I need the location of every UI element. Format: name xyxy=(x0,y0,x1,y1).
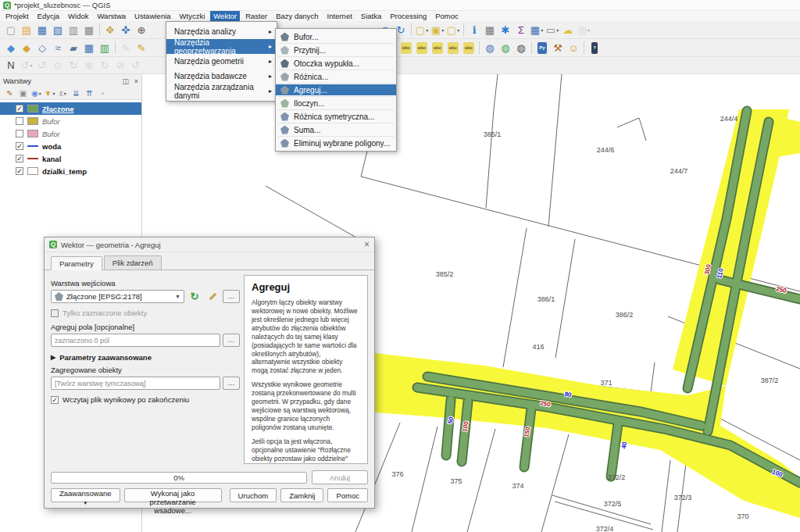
layer-visibility-checkbox[interactable]: ✓ xyxy=(16,142,23,150)
save-project-as-icon[interactable]: ▧ xyxy=(50,23,66,37)
split-features-icon[interactable]: ⊙ xyxy=(50,58,66,73)
merge-features-icon[interactable]: ⊛ xyxy=(81,58,97,73)
submenu-item-przytnij[interactable]: Przytnij... xyxy=(276,45,396,55)
label-visibility-icon[interactable]: abc xyxy=(414,41,430,55)
menu-projekt[interactable]: Projekt xyxy=(2,11,32,21)
menu-siatka[interactable]: Siatka xyxy=(358,11,384,21)
menu-processing[interactable]: Processing xyxy=(387,11,430,21)
simplify-feature-icon[interactable]: ↺ xyxy=(128,58,144,73)
aggregate-fields-value[interactable]: zaznaczono 0 pól xyxy=(51,334,220,347)
layer-visibility-checkbox[interactable]: ✓ xyxy=(16,167,23,175)
help-contents-icon[interactable]: ? xyxy=(587,41,602,55)
layer-styling-icon[interactable]: ✎ xyxy=(3,87,16,99)
dialog-titlebar[interactable]: Q Wektor — geometria - Agreguj × xyxy=(45,237,374,252)
filter-legend-icon[interactable]: ▼▾ xyxy=(43,87,56,99)
menu-internet[interactable]: Internet xyxy=(324,11,355,21)
input-layer-browse-button[interactable]: … xyxy=(223,290,240,303)
advanced-parameters-toggle[interactable]: ▶ Parametry zaawansowane xyxy=(51,353,240,362)
aggregate-fields-browse-button[interactable]: … xyxy=(223,334,240,347)
menu-raster[interactable]: Raster xyxy=(242,11,270,21)
avoid-intersections-icon[interactable]: N xyxy=(3,58,19,73)
search-icon[interactable]: ◎▾ xyxy=(576,23,591,37)
cancel-button[interactable]: Anuluj xyxy=(312,470,368,484)
help-button[interactable]: Pomoc xyxy=(327,488,368,502)
add-spatialite-layer-icon[interactable]: ▦ xyxy=(81,41,97,55)
filter-expression-icon[interactable]: ε▾ xyxy=(56,87,70,99)
panel-close-icon[interactable]: × xyxy=(134,77,138,85)
python-console-icon[interactable]: Py xyxy=(534,41,550,55)
panel-float-icon[interactable]: ◫ xyxy=(123,77,130,85)
layer-item-bufor[interactable]: Bufor xyxy=(0,115,141,127)
menu-ustawienia[interactable]: Ustawienia xyxy=(131,11,173,21)
plugin-tools-icon[interactable]: ⚒ xyxy=(550,41,566,55)
submenu-item-bufor[interactable]: Bufor... xyxy=(276,31,396,42)
new-project-icon[interactable]: ▢ xyxy=(3,23,19,37)
toggle-editing-icon[interactable]: ✎ xyxy=(118,41,134,55)
submenu-item-różnica-symetryczna[interactable]: Różnica symetryczna... xyxy=(276,111,396,122)
remove-layer-icon[interactable]: ▫ xyxy=(96,87,109,99)
save-edits-icon[interactable]: ✎ xyxy=(134,41,149,55)
label-move-icon[interactable]: abc xyxy=(430,41,445,55)
processing-toolbox-icon[interactable]: ✱ xyxy=(498,23,513,37)
select-features-icon[interactable]: ▢▾ xyxy=(414,23,430,37)
menu-wtyczki[interactable]: Wtyczki xyxy=(177,11,209,21)
layer-visibility-checkbox[interactable] xyxy=(16,117,23,125)
tab-parameters[interactable]: Parametry xyxy=(51,256,102,270)
label-pin-icon[interactable]: abc xyxy=(398,41,414,55)
layer-visibility-checkbox[interactable]: ✓ xyxy=(16,105,23,112)
layer-item-złączone[interactable]: ✓Złączone xyxy=(0,102,141,115)
map-themes-icon[interactable]: ◉▾ xyxy=(30,87,43,99)
rotate-feature-icon[interactable]: ⊘ xyxy=(112,58,128,73)
split-parts-icon[interactable]: ↻ xyxy=(66,58,81,73)
input-layer-select[interactable]: Złączone [EPSG:2178] ▼ xyxy=(51,290,184,303)
selected-only-checkbox[interactable] xyxy=(51,309,59,317)
identify-features-icon[interactable]: ℹ xyxy=(466,23,482,37)
submenu-item-iloczyn[interactable]: Iloczyn... xyxy=(276,98,396,109)
statistics-icon[interactable]: Σ xyxy=(513,23,529,37)
submenu-item-otoczka-wypukła[interactable]: Otoczka wypukła... xyxy=(276,58,396,69)
label-rotate-icon[interactable]: abc xyxy=(445,41,461,55)
tracing-icon[interactable]: ↺▾ xyxy=(19,58,34,73)
vector-menu-item-narzędzia-badawcze[interactable]: Narzędzia badawcze▸ xyxy=(166,69,277,84)
tab-log[interactable]: Plik zdarzeń xyxy=(104,255,162,270)
add-database-layer-icon[interactable]: ▰ xyxy=(66,41,81,55)
menu-widok[interactable]: Widok xyxy=(65,11,91,21)
menu-bazy-danych[interactable]: Bazy danych xyxy=(273,11,321,21)
add-group-icon[interactable]: ▣ xyxy=(16,87,30,99)
close-button[interactable]: Zamknij xyxy=(280,488,323,502)
web-services-icon[interactable]: ◍ xyxy=(498,41,513,55)
vector-menu-item-narzędzia-zarządzania-danymi[interactable]: Narzędzia zarządzania danymi▸ xyxy=(166,84,277,98)
batch-process-button[interactable]: Wykonaj jako przetwarzanie wsadowe... xyxy=(124,488,222,502)
label-properties-icon[interactable]: abc xyxy=(461,41,477,55)
add-mesh-layer-icon[interactable]: ◇ xyxy=(34,41,50,55)
layer-item-dzialki-temp[interactable]: ✓dzialki_temp xyxy=(0,165,141,177)
iterate-icon[interactable]: ↻ xyxy=(187,290,202,303)
map-tips-icon[interactable]: ☁ xyxy=(560,23,576,37)
add-raster-layer-icon[interactable]: ◆ xyxy=(19,41,34,55)
submenu-item-agreguj[interactable]: Agreguj... xyxy=(276,84,396,95)
layer-visibility-checkbox[interactable]: ✓ xyxy=(16,155,23,162)
dialog-close-icon[interactable]: × xyxy=(364,239,370,250)
output-value[interactable]: [Twórz warstwę tymczasową] xyxy=(51,377,220,390)
vector-menu-item-narzędzia-analizy[interactable]: Narzędzia analizy▸ xyxy=(166,24,277,39)
select-by-value-icon[interactable]: ▢▾ xyxy=(445,23,461,37)
expand-all-icon[interactable]: ⇊ xyxy=(70,87,83,99)
menu-pomoc[interactable]: Pomoc xyxy=(432,11,462,21)
run-button[interactable]: Uruchom xyxy=(230,488,277,502)
vector-menu-item-narzędzia-geoprzetwarzania[interactable]: Narzędzia geoprzetwarzania▸ xyxy=(166,39,277,54)
output-browse-button[interactable]: … xyxy=(223,377,240,390)
measure-icon[interactable]: ▭▾ xyxy=(545,23,560,37)
reshape-features-icon[interactable]: ↺ xyxy=(34,58,50,73)
load-output-checkbox[interactable]: ✓ xyxy=(51,396,59,404)
menu-warstwa[interactable]: Warstwa xyxy=(95,11,130,21)
osm-search-icon[interactable]: ◍ xyxy=(513,41,529,55)
add-wms-layer-icon[interactable]: ▥ xyxy=(97,41,112,55)
collapse-all-icon[interactable]: ⇈ xyxy=(83,87,96,99)
layer-item-kanal[interactable]: ✓kanal xyxy=(0,152,141,165)
deselect-features-icon[interactable]: ▣▾ xyxy=(430,23,445,37)
merge-attributes-icon[interactable]: ↻ xyxy=(97,58,112,73)
menu-edycja[interactable]: Edycja xyxy=(34,11,63,21)
layout-manager-icon[interactable]: ▩ xyxy=(81,23,97,37)
advanced-options-wrench-icon[interactable] xyxy=(205,290,220,303)
vector-menu-item-narzędzia-geometrii[interactable]: Narzędzia geometrii▸ xyxy=(166,54,277,69)
